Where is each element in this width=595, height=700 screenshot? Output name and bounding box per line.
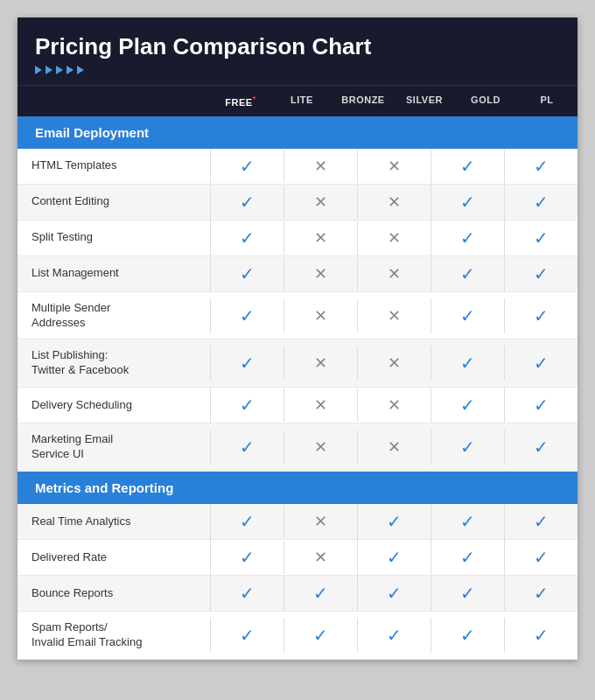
- value-cell-silver: ✓: [430, 576, 504, 611]
- cross-icon: ✕: [388, 193, 401, 211]
- value-cell-silver: ✓: [430, 298, 504, 333]
- check-icon: ✓: [240, 584, 255, 603]
- check-icon: ✓: [460, 264, 475, 284]
- value-cell-silver: ✓: [430, 430, 504, 465]
- check-icon: ✓: [240, 264, 255, 284]
- page-title: Pricing Plan Comparison Chart: [35, 33, 560, 60]
- value-cell-free: ✓: [210, 430, 284, 465]
- value-cell-silver: ✓: [430, 256, 504, 291]
- section-header-email-deployment: Email Deployment: [18, 116, 578, 149]
- arrow-icon: [66, 66, 74, 74]
- table-row: Spam Reports/ Invalid Email Tracking✓✓✓✓…: [18, 612, 578, 660]
- cross-icon: ✕: [314, 396, 327, 414]
- check-icon: ✓: [534, 626, 549, 645]
- value-cell-bronze: ✕: [357, 299, 430, 332]
- arrows-container: [35, 66, 560, 74]
- check-icon: ✓: [534, 192, 549, 212]
- check-icon: ✓: [460, 438, 475, 457]
- feature-label: Content Editing: [18, 186, 210, 218]
- cross-icon: ✕: [314, 193, 327, 211]
- check-icon: ✓: [240, 354, 255, 373]
- check-icon: ✓: [387, 548, 402, 567]
- check-icon: ✓: [534, 548, 549, 567]
- check-icon: ✓: [460, 157, 475, 176]
- col-free: FREE*: [210, 86, 271, 116]
- value-cell-bronze: ✓: [357, 576, 430, 611]
- check-icon: ✓: [240, 157, 255, 176]
- value-cell-bronze: ✓: [357, 540, 430, 575]
- check-icon: ✓: [240, 512, 255, 531]
- check-icon: ✓: [534, 584, 549, 603]
- value-cell-lite: ✕: [284, 505, 357, 538]
- check-icon: ✓: [387, 626, 402, 645]
- value-cell-lite: ✕: [284, 388, 357, 422]
- cross-icon: ✕: [388, 229, 401, 247]
- col-pl: PL: [516, 86, 578, 116]
- value-cell-free: ✓: [210, 504, 284, 539]
- value-cell-bronze: ✓: [357, 618, 430, 653]
- value-cell-lite: ✕: [284, 299, 357, 332]
- check-icon: ✓: [240, 192, 255, 212]
- check-icon: ✓: [534, 264, 549, 284]
- cross-icon: ✕: [314, 513, 327, 530]
- table-row: Real Time Analytics✓✕✓✓✓: [18, 504, 578, 540]
- feature-label: Bounce Reports: [18, 578, 210, 610]
- value-cell-gold: ✓: [504, 185, 578, 220]
- sections-container: Email DeploymentHTML Templates✓✕✕✓✓Conte…: [18, 116, 578, 660]
- check-icon: ✓: [240, 548, 255, 567]
- table-row: Content Editing✓✕✕✓✓: [18, 185, 578, 220]
- value-cell-free: ✓: [210, 220, 284, 256]
- table-row: List Management✓✕✕✓✓: [18, 256, 578, 292]
- value-cell-bronze: ✕: [357, 150, 430, 183]
- value-cell-free: ✓: [210, 388, 284, 423]
- value-cell-gold: ✓: [504, 220, 578, 256]
- value-cell-gold: ✓: [504, 576, 578, 611]
- cross-icon: ✕: [388, 158, 401, 175]
- feature-label: Spam Reports/ Invalid Email Tracking: [18, 612, 210, 659]
- value-cell-gold: ✓: [504, 346, 578, 381]
- value-cell-bronze: ✕: [357, 388, 430, 422]
- cross-icon: ✕: [388, 307, 401, 325]
- value-cell-silver: ✓: [430, 220, 504, 256]
- value-cell-free: ✓: [210, 576, 284, 611]
- feature-label: Split Testing: [18, 221, 210, 254]
- value-cell-silver: ✓: [430, 388, 504, 423]
- feature-col-header: [18, 86, 210, 116]
- col-gold: GOLD: [455, 86, 516, 116]
- feature-label: List Management: [18, 257, 210, 290]
- arrow-icon: [56, 66, 63, 74]
- arrow-icon: [46, 66, 52, 74]
- cross-icon: ✕: [314, 307, 327, 325]
- value-cell-silver: ✓: [430, 149, 504, 184]
- feature-label: Delivery Scheduling: [18, 389, 210, 422]
- value-cell-free: ✓: [210, 298, 284, 333]
- value-cell-gold: ✓: [504, 256, 578, 291]
- check-icon: ✓: [387, 584, 402, 603]
- cross-icon: ✕: [314, 354, 327, 372]
- check-icon: ✓: [534, 438, 549, 457]
- check-icon: ✓: [534, 157, 549, 176]
- value-cell-bronze: ✕: [357, 430, 430, 464]
- check-icon: ✓: [460, 626, 475, 645]
- value-cell-gold: ✓: [504, 298, 578, 333]
- arrow-icon: [35, 66, 42, 74]
- feature-label: Real Time Analytics: [18, 506, 210, 538]
- check-icon: ✓: [240, 626, 255, 645]
- value-cell-silver: ✓: [430, 618, 504, 653]
- feature-label: Multiple Sender Addresses: [18, 292, 210, 340]
- value-cell-gold: ✓: [504, 618, 578, 653]
- table-row: List Publishing: Twitter & Facebook✓✕✕✓✓: [18, 340, 578, 388]
- check-icon: ✓: [240, 228, 255, 248]
- cross-icon: ✕: [314, 158, 327, 175]
- feature-label: HTML Templates: [18, 150, 210, 182]
- value-cell-silver: ✓: [430, 346, 504, 381]
- value-cell-lite: ✕: [284, 257, 357, 290]
- check-icon: ✓: [460, 354, 475, 373]
- value-cell-bronze: ✕: [357, 346, 430, 380]
- table-row: Bounce Reports✓✓✓✓✓: [18, 576, 578, 612]
- value-cell-lite: ✕: [284, 150, 357, 183]
- value-cell-silver: ✓: [430, 504, 504, 539]
- cross-icon: ✕: [388, 265, 401, 283]
- value-cell-free: ✓: [210, 185, 284, 220]
- table-row: Split Testing✓✕✕✓✓: [18, 220, 578, 256]
